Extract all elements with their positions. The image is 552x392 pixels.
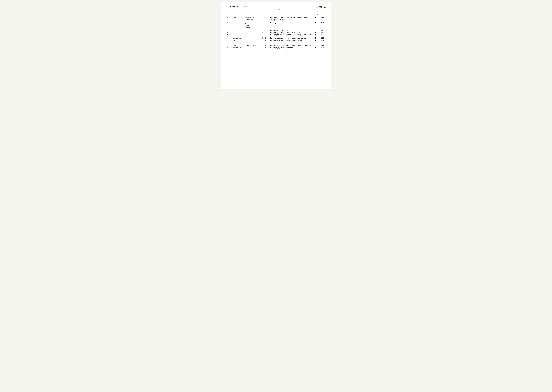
cell-1-1: –"– <box>231 21 243 29</box>
cell-1-0: 26 <box>226 21 231 29</box>
cell-4-6: 182 184 <box>320 44 326 52</box>
table-header-row: 1 2 3 4 5 6 7 <box>226 13 326 16</box>
cell-2-4: На арматуру котельной На арматуру склада… <box>269 29 314 37</box>
bottom-note: · тб <box>226 54 326 56</box>
header: 903-I-154; Ал. Vт 4.1 - 3 - 19898 -20 <box>226 6 326 11</box>
cell-1-2: Водоснабжение и канали- · зация <box>243 21 261 29</box>
cell-2-0: 27 28. 29 <box>226 29 231 37</box>
cell-2-6: 175 178 179 <box>320 29 326 37</box>
cell-2-3: 2-ВК 3-ВК 4-ВК <box>261 29 269 37</box>
cell-4-5: 2 I <box>314 44 320 52</box>
cell-4-3: I-ТСв I-ТСн <box>261 44 269 52</box>
cell-4-1: Котельная Инженерные сети <box>231 44 243 52</box>
cell-3-1: Инженерные сети –"– <box>231 37 243 44</box>
page-number: - 3 - <box>247 6 317 11</box>
cell-3-2: –"– –"– <box>243 37 261 44</box>
cell-4-2: Тепловые сети –"– <box>243 44 261 52</box>
cell-1-4: На оборудование котельной <box>269 21 314 29</box>
cell-0-4: На отопительно-вентиляционное оборудован… <box>269 16 314 21</box>
cell-0-3: I-ОВ <box>261 16 269 21</box>
cell-1-3: I-ВК <box>261 21 269 29</box>
cell-4-0: 32 33 <box>226 44 231 52</box>
cell-2-5: 3 I I <box>314 29 320 37</box>
doc-ref: 903-I-154; Ал. Vт 4.1 <box>226 6 247 8</box>
cell-0-6: 171 <box>320 16 326 21</box>
main-table: 1 2 3 4 5 6 7 25КотельнаяОтопление и вен… <box>226 13 326 52</box>
table-row: 26–"–Водоснабжение и канали- · зацияI-ВК… <box>226 21 326 29</box>
table-row: 30 3IИнженерные сети –"––"– –"–I-НВК 2-Н… <box>226 37 326 44</box>
col-header-4: 4 <box>261 13 269 16</box>
table-row: 27 28. 29–"– –"– –"––"– –"– –"–2-ВК 3-ВК… <box>226 29 326 37</box>
col-header-5: 5 <box>269 13 314 16</box>
page: 903-I-154; Ал. Vт 4.1 - 3 - 19898 -20 1 … <box>221 2 331 89</box>
cell-3-5: I I <box>314 37 320 44</box>
cell-4-4: На арматуру, контрольно-измерительные пр… <box>269 44 314 52</box>
cell-0-2: Отопление и вентиляция <box>243 16 261 21</box>
col-header-2: 2 <box>231 13 243 16</box>
col-header-3: 3 <box>243 13 261 16</box>
cell-2-2: –"– –"– –"– <box>243 29 261 37</box>
table-row: 32 33Котельная Инженерные сетиТепловые с… <box>226 44 326 52</box>
col-header-6: 6 <box>314 13 320 16</box>
cell-2-1: –"– –"– –"– <box>231 29 243 37</box>
cell-3-0: 30 3I <box>226 37 231 44</box>
cell-0-1: Котельная <box>231 16 243 21</box>
table-row: 25КотельнаяОтопление и вентиляцияI-ОВНа … <box>226 16 326 21</box>
col-header-7: 7 <box>320 13 326 16</box>
cell-1-5: I <box>314 21 320 29</box>
cell-0-0: 25 <box>226 16 231 21</box>
cell-3-4: На оборудование внутриплощадочных сетей … <box>269 37 314 44</box>
cell-1-6: 174 <box>320 21 326 29</box>
main-table-container: 1 2 3 4 5 6 7 25КотельнаяОтопление и вен… <box>226 13 326 52</box>
cell-3-3: I-НВК 2-НВК <box>261 37 269 44</box>
cell-0-5: 3 <box>314 16 320 21</box>
cell-3-6: 180 181 <box>320 37 326 44</box>
doc-number: 19898 -20 <box>316 6 326 8</box>
col-header-1: 1 <box>226 13 231 16</box>
